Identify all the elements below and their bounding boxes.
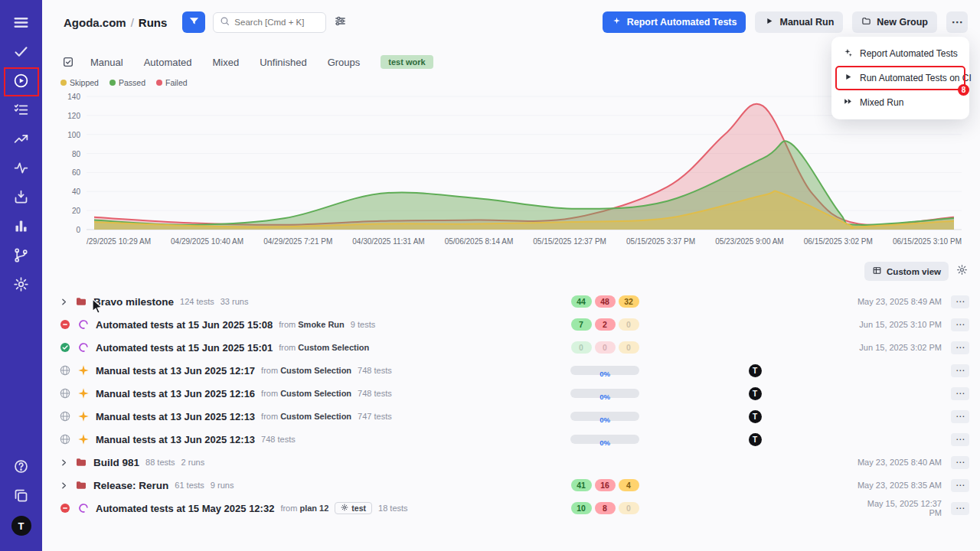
tab-unfinished[interactable]: Unfinished — [260, 57, 306, 68]
row-more-button[interactable]: ⋯ — [951, 410, 969, 423]
sidebar-item-reports[interactable] — [5, 214, 38, 240]
sidebar-item-runs[interactable] — [5, 69, 38, 95]
sidebar-item-pulse[interactable] — [5, 156, 38, 182]
run-title[interactable]: Automated tests at 15 Jun 2025 15:01 — [96, 342, 273, 354]
row-more-button[interactable]: ⋯ — [951, 456, 969, 469]
sidebar-help-button[interactable] — [5, 455, 38, 481]
row-more-button[interactable]: ⋯ — [951, 502, 969, 515]
activity-icon — [13, 160, 29, 179]
chart-plot-area — [87, 90, 962, 234]
sidebar-menu-button[interactable] — [5, 11, 38, 37]
x-tick-label: 04/29/2025 7:21 PM — [263, 237, 332, 246]
result-badges: 000 — [555, 341, 655, 354]
tab-manual[interactable]: Manual — [90, 57, 123, 68]
manual-run-button[interactable]: Manual Run — [755, 11, 843, 33]
annotation-badge: 8 — [958, 84, 969, 96]
from-source-link[interactable]: Custom Selection — [280, 366, 351, 375]
legend-failed: Failed — [156, 78, 188, 87]
run-row[interactable]: Manual tests at 13 Jun 2025 12:13 748 te… — [42, 428, 980, 451]
sidebar-docs-button[interactable] — [5, 484, 38, 510]
menu-item-run-automated-tests-on-ci[interactable]: Run Automated Tests on CI 8 — [837, 67, 964, 89]
view-settings-button[interactable] — [956, 264, 968, 279]
assignee-cell: T — [655, 410, 855, 423]
run-title[interactable]: Build 981 — [93, 457, 139, 468]
sidebar-item-branches[interactable] — [5, 243, 38, 269]
row-more-button[interactable]: ⋯ — [951, 364, 969, 377]
spark-icon — [77, 433, 90, 445]
new-group-button[interactable]: New Group — [852, 11, 937, 33]
list-check-icon — [13, 102, 29, 121]
from-source-link[interactable]: Custom Selection — [280, 389, 351, 398]
from-source-link[interactable]: Custom Selection — [298, 343, 369, 352]
runs-trend-chart: 020406080100120140 /29/2025 10:29 AM04/2… — [57, 90, 965, 253]
tests-count: 9 tests — [351, 320, 375, 329]
folder-icon — [75, 479, 87, 491]
progress-bar: 0% — [570, 389, 639, 398]
run-row[interactable]: Build 981 88 tests 2 runs May 23, 2025 8… — [42, 451, 980, 474]
chevron-right-icon[interactable] — [59, 297, 69, 307]
report-automated-tests-button[interactable]: Report Automated Tests — [603, 11, 746, 33]
row-more-button[interactable]: ⋯ — [951, 387, 969, 400]
run-row[interactable]: Automated tests at 15 Jun 2025 15:01 fro… — [42, 336, 980, 359]
sidebar-profile-button[interactable]: T — [5, 513, 38, 539]
chevron-right-icon[interactable] — [59, 481, 69, 491]
run-row[interactable]: Release: Rerun 61 tests 9 runs 41164 May… — [42, 474, 980, 497]
sidebar-item-import[interactable] — [5, 185, 38, 211]
from-source-link[interactable]: Smoke Run — [298, 320, 345, 329]
search-input[interactable] — [234, 18, 319, 27]
tab-groups[interactable]: Groups — [328, 57, 361, 68]
spark-icon — [77, 387, 90, 399]
count-badge-skipped: 0 — [619, 502, 639, 514]
filter-settings-button[interactable] — [334, 15, 347, 31]
menu-item-report-automated-tests[interactable]: Report Automated Tests — [837, 43, 964, 64]
sidebar-item-tests[interactable] — [5, 40, 38, 66]
brand-avatar: T — [11, 516, 31, 536]
run-title[interactable]: Manual tests at 13 Jun 2025 12:13 — [96, 411, 255, 422]
filter-button[interactable] — [182, 11, 205, 33]
breadcrumb-project[interactable]: Agoda.com — [64, 16, 126, 29]
run-stopped-icon — [59, 318, 71, 331]
run-title[interactable]: Manual tests at 13 Jun 2025 12:16 — [96, 388, 255, 399]
play-icon — [764, 16, 774, 28]
select-all-icon[interactable] — [62, 56, 74, 68]
run-row[interactable]: Automated tests at 15 May 2025 12:32 fro… — [42, 497, 980, 520]
sidebar-item-analytics[interactable] — [5, 127, 38, 153]
run-title[interactable]: Automated tests at 15 Jun 2025 15:08 — [96, 319, 273, 331]
search-icon — [220, 15, 230, 29]
from-source-link[interactable]: Custom Selection — [280, 412, 351, 421]
run-title[interactable]: Release: Rerun — [93, 480, 168, 491]
header-more-button[interactable]: ⋯ — [946, 11, 968, 33]
chevron-right-icon[interactable] — [59, 458, 69, 468]
run-row[interactable]: Bravo milestone 124 tests 33 runs 444832… — [42, 290, 980, 313]
run-row[interactable]: Manual tests at 13 Jun 2025 12:13 from C… — [42, 405, 980, 428]
row-more-button[interactable]: ⋯ — [951, 295, 969, 308]
chart-y-axis: 020406080100120140 — [57, 90, 83, 234]
row-more-button[interactable]: ⋯ — [951, 433, 969, 446]
tab-automated[interactable]: Automated — [144, 57, 192, 68]
search-box[interactable] — [213, 12, 326, 33]
x-tick-label: 04/29/2025 10:40 AM — [171, 237, 243, 246]
run-title[interactable]: Manual tests at 13 Jun 2025 12:13 — [96, 434, 255, 445]
run-title[interactable]: Bravo milestone — [93, 296, 174, 308]
tab-mixed[interactable]: Mixed — [213, 57, 240, 68]
trending-up-icon — [13, 131, 29, 150]
row-more-button[interactable]: ⋯ — [951, 341, 969, 354]
sidebar-item-settings[interactable] — [5, 272, 38, 298]
tests-count: 748 tests — [358, 389, 392, 398]
menu-item-mixed-run[interactable]: Mixed Run — [837, 92, 964, 113]
run-row[interactable]: Manual tests at 13 Jun 2025 12:16 from C… — [42, 382, 980, 405]
row-more-button[interactable]: ⋯ — [951, 318, 969, 331]
run-row[interactable]: Automated tests at 15 Jun 2025 15:08 fro… — [42, 313, 980, 336]
row-more-button[interactable]: ⋯ — [951, 479, 969, 492]
y-tick-label: 60 — [57, 168, 80, 177]
sidebar-item-plans[interactable] — [5, 98, 38, 124]
from-source-link[interactable]: plan 12 — [299, 504, 328, 513]
run-row[interactable]: Manual tests at 13 Jun 2025 12:17 from C… — [42, 359, 980, 382]
x-tick-label: 05/15/2025 3:37 PM — [626, 237, 695, 246]
tag-filter-pill[interactable]: test work — [381, 55, 433, 69]
run-title[interactable]: Manual tests at 13 Jun 2025 12:17 — [96, 365, 255, 377]
run-title[interactable]: Automated tests at 15 May 2025 12:32 — [96, 503, 274, 514]
run-row-main: Bravo milestone 124 tests 33 runs — [59, 295, 555, 308]
custom-view-button[interactable]: Custom view — [864, 262, 949, 281]
x-tick-label: /29/2025 10:29 AM — [87, 237, 151, 246]
